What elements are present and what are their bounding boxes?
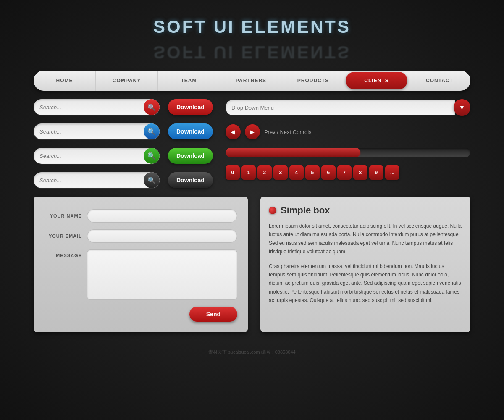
nav-item-clients[interactable]: CLIENTS xyxy=(346,72,407,89)
nav-bar: HOME COMPANY TEAM PARTNERS PRODUCTS CLIE… xyxy=(34,71,470,91)
form-name-input[interactable] xyxy=(87,209,237,223)
dropdown-placeholder: Drop Down Menu xyxy=(231,105,274,111)
form-message-textarea[interactable] xyxy=(87,249,237,300)
page-btn-7[interactable]: 7 xyxy=(337,165,352,180)
form-email-row: YOUR EMAIL xyxy=(44,229,237,243)
search-input-3[interactable] xyxy=(39,153,142,159)
download-button-2[interactable]: Download xyxy=(168,123,213,139)
watermark: 素材天下 sucaisucai.com 编号：08858044 xyxy=(0,345,504,360)
search-input-4[interactable] xyxy=(39,177,142,184)
page-btn-3[interactable]: 3 xyxy=(273,165,288,180)
search-input-1[interactable] xyxy=(39,104,142,110)
search-bar-1: 🔍 xyxy=(34,99,160,115)
page-btn-0[interactable]: 0 xyxy=(226,165,240,180)
next-button[interactable]: ▶ xyxy=(245,124,260,139)
form-message-row: MESSAGE xyxy=(44,249,237,300)
simple-box-title: Simple box xyxy=(281,205,330,216)
nav-item-company[interactable]: COMPANY xyxy=(96,71,158,91)
progress-fill xyxy=(226,148,360,157)
nav-item-team[interactable]: TEAM xyxy=(158,71,220,91)
search-button-1[interactable]: 🔍 xyxy=(144,99,160,115)
download-button-3[interactable]: Download xyxy=(168,148,213,164)
page-btn-8[interactable]: 8 xyxy=(353,165,368,180)
page-btn-1[interactable]: 1 xyxy=(242,165,256,180)
search-bar-2: 🔍 xyxy=(34,123,160,139)
download-button-1[interactable]: Download xyxy=(168,99,213,115)
search-bar-4: 🔍 xyxy=(34,172,160,188)
search-button-2[interactable]: 🔍 xyxy=(144,123,160,139)
nav-item-products[interactable]: PRODUCTS xyxy=(282,71,344,91)
search-row-4: 🔍 Download xyxy=(34,172,213,188)
download-button-4[interactable]: Download xyxy=(168,172,213,188)
form-message-label: MESSAGE xyxy=(44,253,82,258)
simple-box-header: Simple box xyxy=(269,205,462,216)
progress-row xyxy=(226,148,470,157)
dropdown-field: Drop Down Menu xyxy=(226,100,455,116)
prev-button[interactable]: ◀ xyxy=(226,124,241,139)
form-email-label: YOUR EMAIL xyxy=(44,234,82,239)
contact-form-box: YOUR NAME YOUR EMAIL MESSAGE Send xyxy=(34,197,248,332)
search-row-1: 🔍 Download xyxy=(34,99,213,115)
pagination-row: 0 1 2 3 4 5 6 7 8 9 ... xyxy=(226,165,470,180)
search-button-3[interactable]: 🔍 xyxy=(144,148,160,164)
send-button[interactable]: Send xyxy=(189,307,237,322)
page-btn-4[interactable]: 4 xyxy=(289,165,304,180)
simple-box-paragraph-1: Lorem ipsum dolor sit amet, consectetur … xyxy=(269,222,462,256)
nav-item-contact[interactable]: CONTACT xyxy=(409,71,470,91)
right-controls-section: Drop Down Menu ▼ ◀ ▶ Prev / Next Conrols… xyxy=(226,99,470,188)
simple-box: Simple box Lorem ipsum dolor sit amet, c… xyxy=(260,197,470,332)
page-title-reflection: SOFT UI ELEMENTS xyxy=(0,42,504,62)
page-btn-6[interactable]: 6 xyxy=(321,165,336,180)
nav-item-partners[interactable]: PARTNERS xyxy=(220,71,282,91)
prev-next-label: Prev / Next Conrols xyxy=(264,129,312,135)
nav-item-home[interactable]: HOME xyxy=(34,71,96,91)
page-btn-5[interactable]: 5 xyxy=(305,165,320,180)
progress-track xyxy=(226,148,470,157)
form-email-input[interactable] xyxy=(87,229,237,243)
search-row-2: 🔍 Download xyxy=(34,123,213,139)
dropdown-row: Drop Down Menu ▼ xyxy=(226,99,470,116)
search-row-3: 🔍 Download xyxy=(34,148,213,164)
search-download-section: 🔍 Download 🔍 Download 🔍 Download 🔍 xyxy=(34,99,213,188)
search-bar-3: 🔍 xyxy=(34,148,160,164)
page-title: SOFT UI ELEMENTS xyxy=(0,0,504,45)
red-dot-icon xyxy=(269,207,276,214)
form-name-label: YOUR NAME xyxy=(44,213,82,218)
search-input-2[interactable] xyxy=(39,129,142,135)
simple-box-paragraph-2: Cras pharetra elementum massa, vel tinci… xyxy=(269,262,462,305)
page-btn-2[interactable]: 2 xyxy=(257,165,272,180)
page-btn-ellipsis[interactable]: ... xyxy=(385,165,399,180)
form-name-row: YOUR NAME xyxy=(44,209,237,223)
dropdown-arrow-button[interactable]: ▼ xyxy=(454,99,470,116)
prev-next-row: ◀ ▶ Prev / Next Conrols xyxy=(226,124,470,139)
search-button-4[interactable]: 🔍 xyxy=(144,172,160,188)
page-btn-9[interactable]: 9 xyxy=(369,165,383,180)
form-submit-row: Send xyxy=(44,307,237,322)
